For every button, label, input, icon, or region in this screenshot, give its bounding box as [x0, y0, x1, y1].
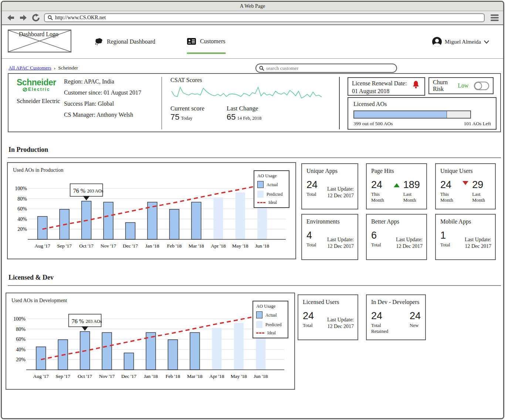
customer-logo-line1: Schneider [17, 78, 68, 88]
nav-item-customers[interactable]: Customers [187, 38, 225, 45]
csat-section: CSAT Scores Current score 75Today Last C… [170, 77, 333, 122]
licensed-aos-box: Licensed AOs 399 out of 500 AOs 101 AOs … [348, 97, 496, 130]
dashboard-logo: Dashboard Logo [8, 30, 71, 52]
svg-text:Jan '18: Jan '18 [145, 243, 159, 249]
user-name: Miguel Almeida [445, 39, 481, 45]
browser-toolbar: http://www.CS.OKR.net [2, 11, 503, 25]
refresh-button[interactable] [31, 13, 40, 22]
page-content: Dashboard Logo Regional Dashboard [2, 25, 503, 419]
csat-title: CSAT Scores [170, 77, 333, 83]
card-caption: This Month [371, 191, 390, 203]
svg-text:203 AOs: 203 AOs [87, 188, 104, 194]
svg-text:Apr '18: Apr '18 [211, 243, 226, 249]
card-value2: 189 [403, 180, 422, 190]
svg-text:80%: 80% [17, 196, 27, 202]
card-title: Mobile Apps [440, 218, 491, 225]
card-value: 24 [371, 180, 390, 190]
url-bar[interactable]: http://www.CS.OKR.net [44, 13, 485, 22]
customer-search[interactable] [255, 64, 397, 73]
card-title: Unique Users [440, 168, 491, 174]
svg-text:Jan '18: Jan '18 [144, 373, 158, 379]
card-caption: This Month [440, 191, 459, 203]
churn-risk-value: Low [458, 82, 468, 89]
chart-title: Used AOs in Development [11, 298, 67, 304]
user-menu[interactable]: Miguel Almeida [432, 37, 489, 47]
nav-label: Customers [200, 38, 225, 45]
legend-swatch-actual [256, 311, 262, 318]
legend-title: AO Usage [256, 304, 285, 309]
svg-text:20%: 20% [17, 226, 27, 232]
search-icon [259, 66, 264, 71]
card-title: Unique Apps [306, 168, 353, 174]
divider [162, 77, 162, 129]
csat-sparkline [170, 83, 323, 103]
card-title: Licensed Users [303, 299, 353, 305]
csat-last-caption: 14 Feb, 2018 [237, 116, 262, 121]
section-title-production: In Production [9, 146, 48, 154]
avatar [432, 37, 442, 47]
churn-risk-toggle[interactable] [474, 82, 489, 90]
svg-text:80%: 80% [16, 327, 26, 332]
card-caption2: New [410, 322, 421, 328]
card-in-dev-developers: In Dev - Developers 24Total Retained 24N… [366, 294, 426, 340]
svg-text:40%: 40% [17, 216, 27, 222]
forward-arrow-icon [19, 14, 27, 22]
aos-left-label: 101 AOs Left [464, 121, 491, 127]
legend-label-actual: Actual [265, 313, 277, 317]
section-title-licensed-dev: Licensed & Dev [9, 274, 54, 281]
svg-text:Sep '17: Sep '17 [55, 373, 70, 379]
customer-logo-line2: Electric [23, 87, 68, 92]
card-unique-users: Unique Users 24This Month 29Last Month [435, 163, 496, 209]
card-licensed-users: Licensed Users 24 Total Last Update:12 D… [298, 294, 358, 340]
svg-text:Nov '17: Nov '17 [101, 243, 116, 249]
trend-up-icon [394, 183, 400, 187]
browser-title: A Web Page [240, 3, 265, 9]
license-renewal-label: License Renewal Date: [352, 80, 407, 86]
back-button[interactable] [6, 13, 15, 22]
customer-overview-panel: Schneider Electric Schneider Electric Re… [8, 73, 501, 132]
legend-swatch-predicted [256, 321, 262, 328]
chart-legend: AO Usage Actual Predicted Ideal [253, 301, 288, 338]
search-input[interactable] [266, 65, 393, 71]
toggle-knob [474, 82, 482, 90]
search-icon [48, 15, 53, 20]
id-card-icon [187, 38, 196, 45]
nav-label: Regional Dashboard [107, 38, 155, 45]
svg-text:Apr '18: Apr '18 [209, 373, 224, 379]
svg-text:Jun '18: Jun '18 [255, 243, 269, 249]
aos-used-label: 399 out of 500 AOs [353, 121, 393, 127]
breadcrumb: All APAC Customers › Scheinder [9, 65, 78, 71]
churn-risk-label: Churn Risk [433, 79, 457, 92]
svg-text:Dec '17: Dec '17 [123, 243, 138, 249]
svg-text:40%: 40% [16, 347, 26, 352]
legend-label-actual: Actual [267, 182, 278, 187]
csat-last-value: 65 [227, 112, 235, 122]
svg-text:May '18: May '18 [231, 373, 247, 379]
forward-button[interactable] [19, 13, 28, 22]
schneider-glyph-icon [23, 87, 27, 92]
licensed-aos-title: Licensed AOs [353, 101, 491, 107]
svg-text:20%: 20% [16, 357, 26, 362]
svg-text:Jun '18: Jun '18 [254, 373, 268, 379]
legend-label-predicted: Predicted [267, 192, 282, 197]
svg-text:Dec '17: Dec '17 [121, 373, 136, 379]
breadcrumb-link-all-apac[interactable]: All APAC Customers [9, 65, 51, 71]
map-icon [94, 38, 103, 46]
csat-last-change: Last Change 6514 Feb, 2018 [227, 105, 261, 122]
card-value2: 24 [410, 311, 421, 321]
menu-button[interactable] [491, 14, 499, 21]
logo-text: Dashboard Logo [19, 31, 58, 38]
url-text: http://www.CS.OKR.net [55, 15, 106, 21]
svg-text:Mar '18: Mar '18 [187, 373, 203, 379]
card-better-apps: Better Apps 6 Total Last Update:12 Dec 2… [366, 214, 427, 260]
svg-text:76 %: 76 % [73, 188, 85, 194]
card-last-update: Last Update:12 Dec 2017 [465, 236, 491, 250]
used-aos-production-chart: 20%40%60%80%100%Aug '17Sep '17Oct '17Nov… [10, 175, 291, 257]
refresh-icon [32, 14, 40, 22]
svg-text:Feb '18: Feb '18 [166, 373, 180, 379]
breadcrumb-current: Scheinder [58, 65, 78, 71]
svg-text:Oct '17: Oct '17 [79, 243, 94, 249]
breadcrumb-separator: › [54, 65, 55, 71]
card-mobile-apps: Mobile Apps 1 Total Last Update:12 Dec 2… [435, 214, 496, 260]
nav-item-regional-dashboard[interactable]: Regional Dashboard [94, 38, 155, 46]
